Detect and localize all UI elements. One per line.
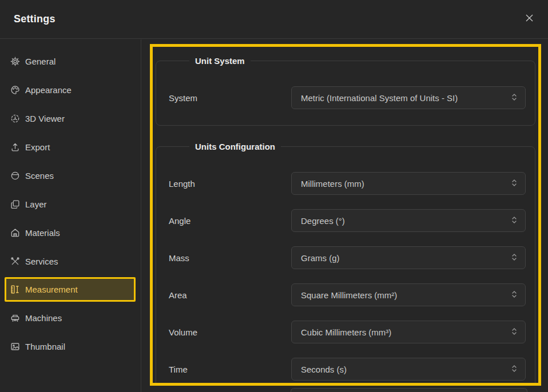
palette-icon	[10, 85, 20, 95]
length-label: Length	[169, 179, 291, 189]
area-select[interactable]: Square Millimeters (mm²)	[291, 283, 526, 306]
next-select-partial[interactable]	[291, 388, 527, 392]
chevron-updown-icon	[511, 290, 518, 301]
area-row: Area Square Millimeters (mm²)	[169, 283, 526, 306]
select-value: Square Millimeters (mm²)	[301, 290, 397, 300]
chevron-updown-icon	[511, 327, 518, 338]
time-row: Time Seconds (s)	[169, 358, 526, 381]
volume-label: Volume	[169, 327, 291, 337]
sidebar-item-scenes[interactable]: Scenes	[0, 161, 141, 190]
angle-label: Angle	[169, 216, 291, 226]
length-row: Length Millimeters (mm)	[169, 172, 526, 195]
sidebar-item-label: 3D Viewer	[25, 114, 65, 123]
orbit-icon	[10, 114, 20, 123]
scenes-icon	[10, 171, 20, 181]
ruler-icon	[10, 285, 20, 294]
time-label: Time	[169, 365, 291, 374]
sidebar-item-label: Measurement	[25, 285, 78, 294]
area-label: Area	[169, 290, 291, 300]
printer-icon	[10, 313, 20, 323]
export-icon	[10, 142, 20, 152]
select-value: Degrees (°)	[301, 216, 345, 226]
mass-label: Mass	[169, 253, 291, 263]
sidebar-item-label: General	[25, 57, 55, 66]
sidebar-item-label: Appearance	[25, 85, 72, 95]
sidebar-item-services[interactable]: Services	[0, 247, 141, 275]
services-icon	[10, 257, 20, 266]
select-value: Cubic Millimeters (mm³)	[301, 327, 391, 337]
chevron-updown-icon	[511, 93, 518, 103]
sidebar-item-machines[interactable]: Machines	[0, 303, 141, 332]
sidebar-item-label: Machines	[25, 313, 62, 323]
sidebar-item-label: Export	[25, 142, 50, 152]
close-button[interactable]	[521, 11, 538, 28]
system-select[interactable]: Metric (International System of Units - …	[291, 86, 526, 109]
sidebar-item-appearance[interactable]: Appearance	[0, 75, 141, 104]
sidebar-item-label: Materials	[25, 228, 60, 238]
system-row: System Metric (International System of U…	[169, 86, 526, 109]
chevron-updown-icon	[511, 215, 518, 226]
materials-icon	[10, 228, 20, 238]
unit-system-group: Unit System System Metric (International…	[156, 56, 535, 126]
unit-system-legend: Unit System	[189, 56, 251, 66]
units-configuration-group: Units Configuration Length Millimeters (…	[156, 142, 535, 386]
angle-select[interactable]: Degrees (°)	[291, 209, 526, 232]
dialog-header: Settings	[0, 0, 548, 39]
settings-sidebar: General Appearance 3D Viewer Export Scen…	[0, 39, 141, 392]
chevron-updown-icon	[511, 253, 518, 263]
close-icon	[525, 13, 534, 25]
measurement-settings-panel: Unit System System Metric (International…	[150, 44, 541, 386]
dialog-title: Settings	[14, 13, 55, 25]
gear-icon	[10, 57, 20, 66]
sidebar-item-3d-viewer[interactable]: 3D Viewer	[0, 104, 141, 133]
mass-select[interactable]: Grams (g)	[291, 246, 526, 269]
sidebar-item-label: Thumbnail	[25, 342, 65, 351]
sidebar-item-export[interactable]: Export	[0, 133, 141, 161]
units-configuration-legend: Units Configuration	[189, 142, 281, 151]
volume-row: Volume Cubic Millimeters (mm³)	[169, 321, 526, 343]
system-label: System	[169, 93, 291, 103]
length-select[interactable]: Millimeters (mm)	[291, 172, 526, 195]
chevron-updown-icon	[511, 364, 518, 375]
sidebar-item-general[interactable]: General	[0, 47, 141, 75]
select-value: Seconds (s)	[301, 365, 347, 374]
select-value: Grams (g)	[301, 253, 340, 263]
sidebar-item-materials[interactable]: Materials	[0, 218, 141, 247]
mass-row: Mass Grams (g)	[169, 246, 526, 269]
sidebar-item-label: Layer	[25, 199, 47, 209]
select-value: Metric (International System of Units - …	[301, 93, 458, 103]
volume-select[interactable]: Cubic Millimeters (mm³)	[291, 321, 526, 343]
sidebar-item-label: Scenes	[25, 171, 54, 181]
angle-row: Angle Degrees (°)	[169, 209, 526, 232]
sidebar-item-label: Services	[25, 257, 58, 266]
image-icon	[10, 342, 20, 351]
chevron-updown-icon	[511, 178, 518, 189]
layers-icon	[10, 199, 20, 209]
time-select[interactable]: Seconds (s)	[291, 358, 526, 381]
sidebar-item-layer[interactable]: Layer	[0, 190, 141, 218]
sidebar-item-measurement[interactable]: Measurement	[5, 277, 136, 302]
select-value: Millimeters (mm)	[301, 179, 364, 189]
sidebar-item-thumbnail[interactable]: Thumbnail	[0, 332, 141, 361]
